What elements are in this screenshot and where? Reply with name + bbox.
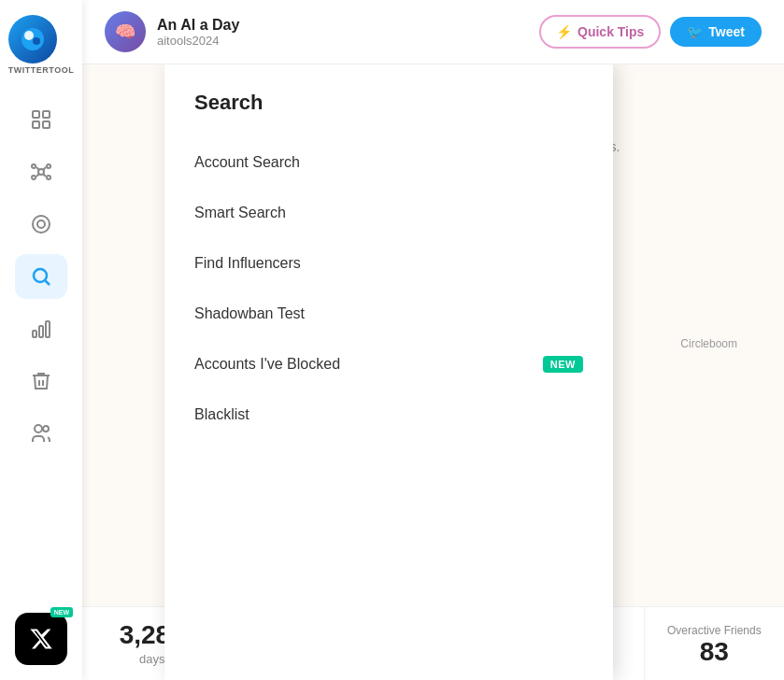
dropdown-item-find-influencers[interactable]: Find Influencers — [194, 238, 583, 289]
sidebar-item-manage[interactable] — [15, 359, 67, 404]
user-info: 🧠 An AI a Day aitools2024 — [105, 11, 239, 52]
sidebar: TWITTERTOOL — [0, 0, 82, 680]
logo-icon — [8, 15, 57, 64]
svg-point-23 — [35, 425, 42, 432]
stat-overactive: Overactive Friends 83 — [645, 607, 784, 680]
svg-point-1 — [24, 31, 34, 40]
svg-rect-22 — [46, 321, 50, 337]
user-handle: aitools2024 — [157, 34, 239, 48]
svg-line-12 — [36, 167, 39, 170]
dropdown-menu: Search Account Search Smart Search Find … — [164, 64, 613, 680]
stat-overactive-value: 83 — [652, 637, 777, 667]
svg-point-11 — [47, 176, 50, 179]
quick-tips-label: Quick Tips — [577, 24, 644, 39]
twitter-x-button[interactable]: NEW — [15, 613, 67, 665]
sidebar-item-network[interactable] — [15, 149, 67, 194]
dropdown-item-account-search[interactable]: Account Search — [194, 137, 583, 188]
new-badge-blocked: NEW — [543, 356, 583, 373]
svg-line-15 — [43, 174, 46, 177]
sidebar-item-users[interactable] — [15, 411, 67, 456]
svg-line-13 — [43, 167, 46, 170]
svg-rect-21 — [39, 326, 43, 337]
dropdown-title: Search — [194, 91, 583, 115]
svg-point-8 — [32, 164, 36, 168]
dropdown-item-label: Blacklist — [194, 406, 249, 423]
logo-text: TWITTERTOOL — [8, 65, 74, 75]
quick-tips-icon: ⚡ — [556, 24, 572, 39]
content-area: Solid Account Quality Consistently engag… — [82, 64, 784, 680]
header: 🧠 An AI a Day aitools2024 ⚡ Quick Tips 🐦… — [82, 0, 784, 64]
tweet-label: Tweet — [708, 24, 745, 39]
svg-line-19 — [46, 281, 50, 286]
svg-point-10 — [32, 176, 36, 179]
dropdown-item-shadowban[interactable]: Shadowban Test — [194, 289, 583, 339]
dropdown-item-label: Accounts I've Blocked — [194, 356, 340, 373]
dropdown-item-label: Account Search — [194, 154, 300, 171]
svg-point-9 — [47, 164, 50, 168]
user-details: An AI a Day aitools2024 — [157, 17, 239, 48]
stat-overactive-label: Overactive Friends — [652, 624, 777, 637]
svg-point-2 — [33, 37, 40, 45]
svg-rect-20 — [33, 331, 36, 337]
quick-tips-button[interactable]: ⚡ Quick Tips — [539, 15, 661, 49]
svg-point-17 — [37, 220, 45, 228]
sidebar-item-analytics[interactable] — [15, 306, 67, 351]
svg-rect-5 — [33, 121, 39, 128]
dropdown-item-label: Find Influencers — [194, 255, 301, 272]
header-actions: ⚡ Quick Tips 🐦 Tweet — [539, 15, 762, 49]
main-content: 🧠 An AI a Day aitools2024 ⚡ Quick Tips 🐦… — [82, 0, 784, 680]
svg-point-24 — [43, 426, 49, 432]
sidebar-item-circle[interactable] — [15, 202, 67, 247]
svg-line-14 — [36, 174, 39, 177]
dropdown-item-smart-search[interactable]: Smart Search — [194, 188, 583, 238]
dropdown-item-blacklist[interactable]: Blacklist — [194, 390, 583, 440]
tweet-button[interactable]: 🐦 Tweet — [670, 17, 762, 47]
svg-point-16 — [33, 216, 50, 233]
dropdown-item-label: Smart Search — [194, 205, 286, 221]
sidebar-item-search[interactable] — [15, 254, 67, 299]
sidebar-item-dashboard[interactable] — [15, 97, 67, 142]
svg-point-0 — [21, 28, 44, 50]
dropdown-item-label: Shadowban Test — [194, 305, 305, 322]
circleboom-label: Circleboom — [680, 337, 737, 350]
tweet-icon: 🐦 — [687, 24, 703, 39]
svg-rect-6 — [43, 121, 50, 128]
logo[interactable]: TWITTERTOOL — [8, 15, 74, 75]
svg-rect-4 — [43, 111, 50, 118]
avatar: 🧠 — [105, 11, 146, 52]
svg-point-18 — [34, 269, 47, 282]
username: An AI a Day — [157, 17, 239, 34]
new-badge: NEW — [50, 607, 73, 617]
dropdown-item-blocked[interactable]: Accounts I've Blocked NEW — [194, 339, 583, 390]
svg-rect-3 — [33, 111, 39, 118]
